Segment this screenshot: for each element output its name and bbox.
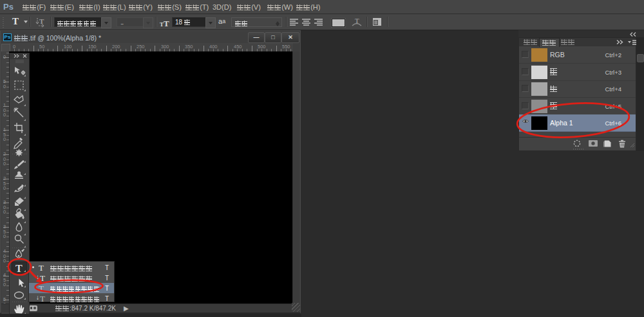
svg-text:T: T	[39, 17, 44, 25]
svg-text:T: T	[15, 263, 23, 274]
svg-text:T: T	[355, 17, 359, 24]
